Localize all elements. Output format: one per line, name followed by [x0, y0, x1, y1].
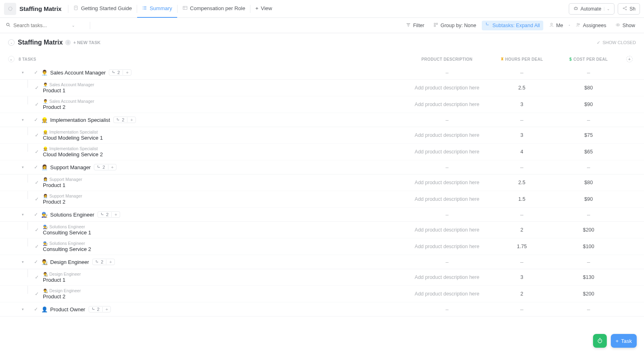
subtask-count-badge[interactable]: 2 + [113, 117, 136, 123]
add-subtask-icon[interactable]: + [126, 70, 128, 75]
cell-cost[interactable]: $200 [554, 227, 623, 233]
cell-hours[interactable]: 2.5 [489, 85, 554, 91]
complete-toggle[interactable]: ✓ [35, 180, 39, 185]
task-row[interactable]: ▾ ✓ 👤 Product Owner 2 + – – – [0, 302, 644, 317]
subtask-row[interactable]: ✓ 👩‍💼 Support Manager Product 2 Add prod… [0, 191, 644, 208]
column-header-desc[interactable]: PRODUCT DESCRIPTION [405, 57, 489, 62]
cell-hours[interactable]: 3 [489, 132, 554, 138]
task-row[interactable]: ▾ ✓ 👨‍🎨 Design Engineer 2 + – – – [0, 255, 644, 269]
cell-desc[interactable]: – [405, 117, 489, 123]
complete-toggle[interactable]: ✓ [35, 244, 39, 249]
cell-desc[interactable]: Add product description here [405, 244, 489, 249]
expand-toggle[interactable]: ▾ [22, 118, 30, 122]
complete-toggle[interactable]: ✓ [34, 306, 38, 312]
cell-desc[interactable]: – [405, 306, 489, 312]
cell-hours[interactable]: – [489, 164, 554, 170]
me-button[interactable]: Me [546, 21, 566, 30]
complete-toggle[interactable]: ✓ [35, 85, 39, 91]
cell-desc[interactable]: Add product description here [405, 291, 489, 297]
cell-cost[interactable]: $200 [554, 291, 623, 297]
cell-hours[interactable]: 2.5 [489, 180, 554, 185]
subtask-row[interactable]: ✓ 👨‍🎨 Design Engineer Product 1 Add prod… [0, 269, 644, 286]
assignees-button[interactable]: Assignees [572, 21, 610, 30]
complete-toggle[interactable]: ✓ [35, 102, 39, 107]
expand-toggle[interactable]: ▾ [22, 260, 30, 264]
cell-desc[interactable]: Add product description here [405, 180, 489, 185]
column-header-cost[interactable]: $ COST PER DEAL [554, 57, 623, 62]
complete-toggle[interactable]: ✓ [35, 132, 39, 138]
share-button[interactable]: Sh [618, 3, 640, 15]
subtasks-button[interactable]: Subtasks: Expand All [482, 21, 543, 30]
complete-toggle[interactable]: ✓ [34, 259, 38, 265]
complete-toggle[interactable]: ✓ [35, 196, 39, 202]
cell-cost[interactable]: $130 [554, 274, 623, 280]
filter-button[interactable]: Filter [402, 21, 428, 30]
cell-hours[interactable]: 1.75 [489, 244, 554, 249]
cell-desc[interactable]: Add product description here [405, 274, 489, 280]
cell-desc[interactable]: Add product description here [405, 149, 489, 155]
complete-toggle[interactable]: ✓ [34, 212, 38, 217]
complete-toggle[interactable]: ✓ [34, 164, 38, 170]
subtask-row[interactable]: ✓ 👨‍🎨 Design Engineer Product 2 Add prod… [0, 286, 644, 302]
subtask-row[interactable]: ✓ 👨‍🔧 Solutions Engineer Consulting Serv… [0, 222, 644, 238]
cell-hours[interactable]: 2 [489, 291, 554, 297]
cell-hours[interactable]: – [489, 259, 554, 265]
cell-cost[interactable]: $90 [554, 102, 623, 107]
show-button[interactable]: Show [612, 21, 638, 30]
task-row[interactable]: ▾ ✓ 👨‍🔧 Solutions Engineer 2 + – – – [0, 208, 644, 222]
expand-toggle[interactable]: ▾ [22, 307, 30, 311]
cell-hours[interactable]: – [489, 306, 554, 312]
subtask-count-badge[interactable]: 2 + [89, 306, 111, 312]
cell-cost[interactable]: – [554, 306, 623, 312]
chevron-down-icon[interactable]: ⌄ [72, 23, 75, 28]
groupby-button[interactable]: Group by: None [430, 21, 479, 30]
add-subtask-icon[interactable]: + [111, 165, 114, 170]
subtask-count-badge[interactable]: 2 + [97, 211, 120, 218]
cell-hours[interactable]: 3 [489, 102, 554, 107]
complete-toggle[interactable]: ✓ [35, 274, 39, 280]
complete-toggle[interactable]: ✓ [35, 291, 39, 297]
add-subtask-icon[interactable]: + [109, 259, 112, 264]
cell-cost[interactable]: – [554, 211, 623, 218]
cell-desc[interactable]: – [405, 212, 489, 218]
cell-desc[interactable]: Add product description here [405, 227, 489, 233]
search-input[interactable] [13, 23, 70, 28]
subtask-row[interactable]: ✓ 👩‍💼 Support Manager Product 1 Add prod… [0, 174, 644, 191]
automate-button[interactable]: Automate ⌄ [569, 3, 614, 15]
cell-cost[interactable]: $90 [554, 196, 623, 202]
subtask-row[interactable]: ✓ 👨‍💼 Sales Account Manager Product 2 Ad… [0, 96, 644, 113]
task-row[interactable]: ▾ ✓ 👩‍💼 Support Manager 2 + – – – [0, 160, 644, 174]
tab-compensation[interactable]: Compensation per Role [178, 0, 250, 18]
cell-desc[interactable]: – [405, 70, 489, 76]
cell-desc[interactable]: – [405, 164, 489, 170]
cell-hours[interactable]: – [489, 211, 554, 218]
subtask-row[interactable]: ✓ 👨‍🔧 Solutions Engineer Consulting Serv… [0, 238, 644, 255]
collapse-all-toggle[interactable]: ⌄ [8, 56, 15, 62]
task-row[interactable]: ▾ ✓ 👨‍💼 Sales Account Manager 2 + – – – [0, 66, 644, 80]
show-closed-button[interactable]: ✓ SHOW CLOSED [597, 40, 636, 45]
cell-hours[interactable]: 3 [489, 274, 554, 280]
subtask-count-badge[interactable]: 2 + [92, 259, 115, 265]
cell-hours[interactable]: 2 [489, 227, 554, 233]
expand-toggle[interactable]: ▾ [22, 165, 30, 169]
add-subtask-icon[interactable]: + [106, 307, 108, 312]
expand-toggle[interactable]: ▾ [22, 213, 30, 217]
cell-cost[interactable]: – [554, 117, 623, 123]
subtask-count-badge[interactable]: 2 + [94, 164, 117, 170]
cell-hours[interactable]: – [489, 117, 554, 123]
cell-cost[interactable]: $65 [554, 149, 623, 155]
tab-getting-started[interactable]: Getting Started Guide [68, 0, 137, 18]
cell-desc[interactable]: Add product description here [405, 196, 489, 202]
task-row[interactable]: ▾ ✓ 👷 Implementation Specialist 2 + – – … [0, 113, 644, 127]
subtask-row[interactable]: ✓ 👷 Implementation Specialist Cloud Mode… [0, 127, 644, 144]
subtask-count-badge[interactable]: 2 + [109, 69, 131, 76]
complete-toggle[interactable]: ✓ [34, 70, 38, 75]
cell-cost[interactable]: – [554, 164, 623, 170]
cell-cost[interactable]: $80 [554, 180, 623, 185]
column-header-hours[interactable]: ⧗ HOURS PER DEAL [489, 57, 554, 62]
cell-cost[interactable]: $100 [554, 244, 623, 249]
add-view-button[interactable]: + View [250, 0, 277, 18]
cell-cost[interactable]: – [554, 69, 623, 76]
new-task-button[interactable]: + NEW TASK [73, 40, 100, 45]
subtask-row[interactable]: ✓ 👨‍💼 Sales Account Manager Product 1 Ad… [0, 80, 644, 96]
